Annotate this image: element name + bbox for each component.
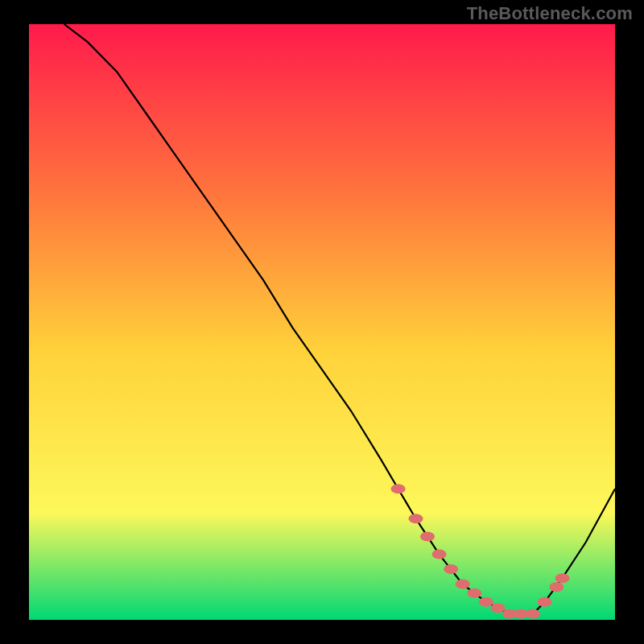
watermark-text: TheBottleneck.com — [467, 3, 633, 24]
highlight-dot — [409, 514, 423, 523]
highlight-dot — [479, 597, 493, 607]
highlight-dot — [467, 588, 481, 598]
highlight-dot — [420, 531, 435, 541]
highlight-dot — [549, 582, 564, 592]
highlight-dot — [456, 580, 470, 589]
highlight-dot — [555, 573, 570, 583]
highlight-dot — [444, 564, 458, 574]
highlight-dot — [490, 603, 505, 613]
highlight-dot — [391, 484, 406, 493]
chart-frame: TheBottleneck.com — [0, 0, 644, 644]
highlight-dot — [538, 597, 552, 607]
highlight-dot — [432, 550, 447, 559]
chart-svg — [29, 24, 615, 620]
highlight-dot — [526, 609, 540, 619]
plot-area — [29, 24, 615, 620]
gradient-background — [29, 24, 615, 620]
